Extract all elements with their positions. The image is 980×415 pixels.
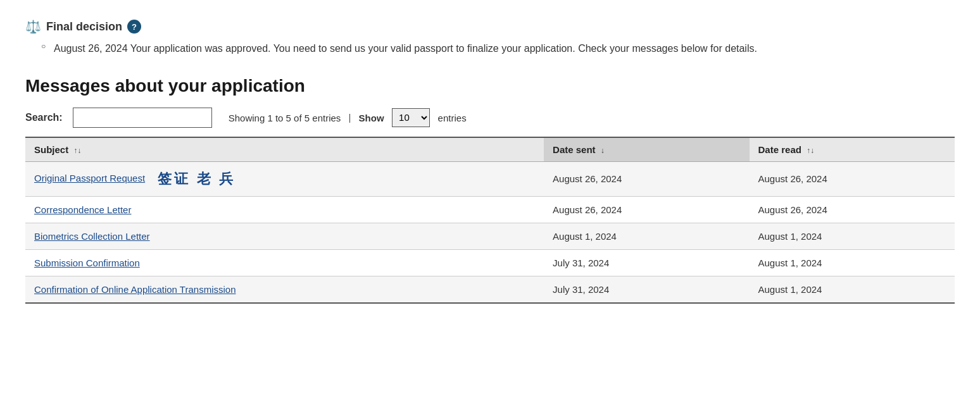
column-header-date-read[interactable]: Date read ↑↓ [750, 137, 955, 162]
messages-section: Messages about your application Search: … [25, 76, 955, 304]
subject-cell: Submission Confirmation [25, 249, 544, 276]
date-read-cell: August 26, 2024 [750, 161, 955, 196]
date-sent-cell: August 26, 2024 [544, 161, 749, 196]
date-read-cell: August 1, 2024 [750, 276, 955, 303]
date-read-sort-icon: ↑↓ [807, 146, 814, 155]
subject-link[interactable]: Biometrics Collection Letter [34, 231, 150, 242]
date-sent-cell: July 31, 2024 [544, 249, 749, 276]
show-entries-select[interactable]: 10 25 50 100 [392, 108, 430, 127]
search-label: Search: [25, 112, 63, 123]
subject-cell: Confirmation of Online Application Trans… [25, 276, 544, 303]
subject-cell: Original Passport Request签证 老 兵 [25, 161, 544, 196]
watermark-text: 签证 老 兵 [158, 171, 236, 187]
entries-label: entries [438, 112, 467, 123]
column-header-subject[interactable]: Subject ↑↓ [25, 137, 544, 162]
table-row: Correspondence LetterAugust 26, 2024Augu… [25, 196, 955, 223]
show-label: Show [359, 112, 384, 123]
subject-cell: Correspondence Letter [25, 196, 544, 223]
subject-link[interactable]: Submission Confirmation [34, 257, 140, 268]
help-icon[interactable]: ? [127, 20, 141, 34]
messages-title: Messages about your application [25, 76, 955, 96]
final-decision-title: Final decision [46, 20, 122, 34]
date-sent-cell: July 31, 2024 [544, 276, 749, 303]
subject-link[interactable]: Original Passport Request [34, 173, 145, 183]
messages-table: Subject ↑↓ Date sent ↓ Date read ↑↓ Orig… [25, 137, 955, 304]
final-decision-bullet: August 26, 2024 Your application was app… [44, 40, 955, 57]
date-sent-sort-icon: ↓ [601, 146, 605, 155]
date-read-cell: August 26, 2024 [750, 196, 955, 223]
subject-sort-icon: ↑↓ [73, 146, 81, 155]
date-read-cell: August 1, 2024 [750, 249, 955, 276]
entries-info: Showing 1 to 5 of 5 entries | Show 10 25… [229, 108, 467, 127]
final-decision-header: ⚖️ Final decision ? [25, 19, 955, 34]
table-row: Submission ConfirmationJuly 31, 2024Augu… [25, 249, 955, 276]
scale-icon: ⚖️ [25, 19, 41, 34]
column-header-date-sent[interactable]: Date sent ↓ [544, 137, 749, 162]
divider: | [349, 112, 354, 123]
final-decision-section: ⚖️ Final decision ? August 26, 2024 Your… [25, 19, 955, 57]
subject-cell: Biometrics Collection Letter [25, 223, 544, 249]
date-read-cell: August 1, 2024 [750, 223, 955, 249]
date-sent-cell: August 1, 2024 [544, 223, 749, 249]
date-sent-cell: August 26, 2024 [544, 196, 749, 223]
subject-link[interactable]: Correspondence Letter [34, 204, 131, 215]
search-input[interactable] [73, 108, 212, 128]
final-decision-body: August 26, 2024 Your application was app… [32, 40, 955, 57]
table-controls: Search: Showing 1 to 5 of 5 entries | Sh… [25, 108, 955, 128]
table-row: Biometrics Collection LetterAugust 1, 20… [25, 223, 955, 249]
table-row: Original Passport Request签证 老 兵August 26… [25, 161, 955, 196]
table-row: Confirmation of Online Application Trans… [25, 276, 955, 303]
table-header-row: Subject ↑↓ Date sent ↓ Date read ↑↓ [25, 137, 955, 162]
subject-link[interactable]: Confirmation of Online Application Trans… [34, 284, 236, 295]
